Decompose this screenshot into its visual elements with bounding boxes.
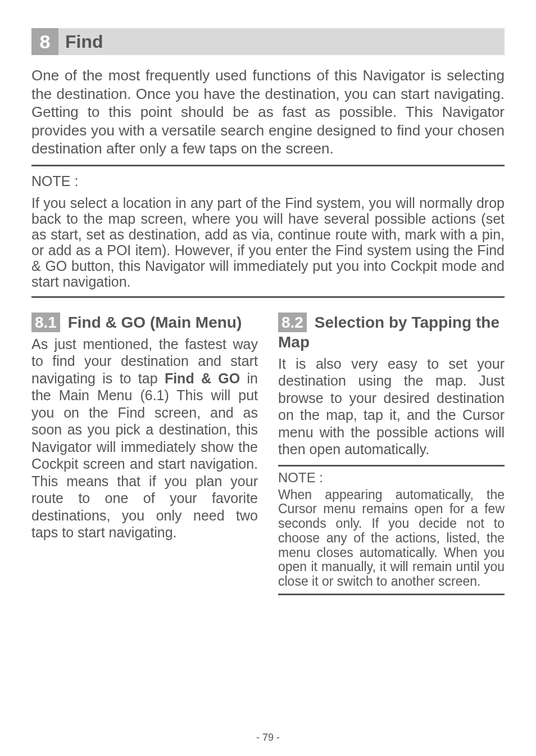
note-block: NOTE : If you select a location in any p…: [31, 165, 505, 298]
section-81-bold: Find & GO: [165, 370, 240, 386]
section-82-body: It is also very easy to set your destina…: [278, 355, 505, 458]
section-81-body: As just mentioned, the fastest way to fi…: [31, 336, 258, 541]
right-note-label: NOTE :: [278, 470, 505, 486]
section-82-heading: 8.2 Selection by Tapping the Map: [278, 313, 505, 352]
section-82-title-rest: Selection by Tapping the Map: [278, 314, 499, 351]
section-81-heading: 8.1 Find & GO (Main Menu): [31, 313, 258, 332]
section-81-title-rest: Find & GO (Main Menu): [63, 314, 242, 331]
chapter-header: 8 Find: [31, 28, 505, 55]
page-number: - 79 -: [0, 732, 536, 744]
note-label: NOTE :: [31, 173, 505, 189]
intro-paragraph: One of the most frequently used function…: [31, 66, 505, 158]
columns: 8.1 Find & GO (Main Menu) As just mentio…: [31, 313, 505, 595]
chapter-title: Find: [65, 31, 103, 52]
note-body: If you select a location in any part of …: [31, 195, 505, 289]
column-left: 8.1 Find & GO (Main Menu) As just mentio…: [31, 313, 258, 595]
chapter-number: 8: [31, 28, 58, 55]
column-right: 8.2 Selection by Tapping the Map It is a…: [278, 313, 505, 595]
right-note-body: When appearing automatically, the Cursor…: [278, 488, 505, 589]
page: 8 Find One of the most frequently used f…: [0, 0, 536, 756]
section-number-box: 8.2: [278, 313, 307, 332]
right-note-block: NOTE : When appearing automatically, the…: [278, 465, 505, 595]
section-number-box: 8.1: [31, 313, 60, 332]
section-81-post: in the Main Menu (6.1) This will put you…: [31, 370, 258, 541]
